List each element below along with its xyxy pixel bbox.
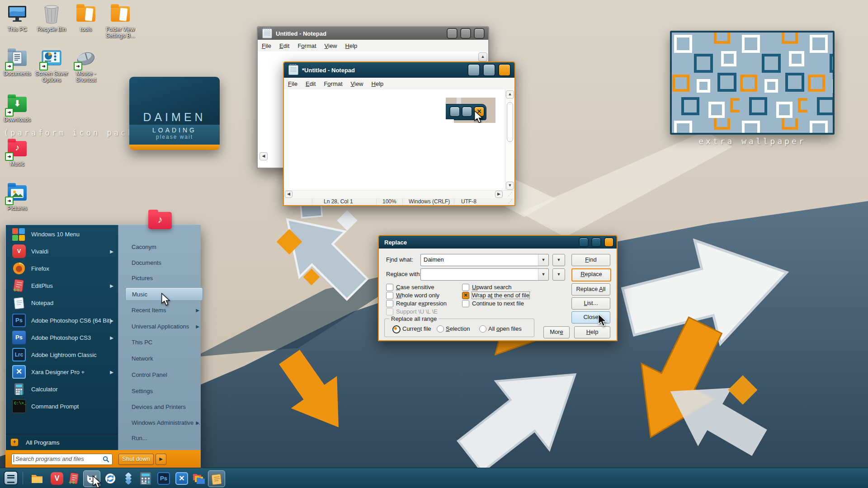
- desktop-icon-recycle-bin[interactable]: Recycle Bin: [34, 4, 69, 33]
- scrollbar-thumb[interactable]: [507, 102, 513, 142]
- replace-history-dropdown-button[interactable]: ▼: [552, 268, 565, 281]
- desktop-icon-mouse-shortcut[interactable]: ➜ Mouse - Shortcut: [69, 48, 103, 83]
- start-item-photoshop-cs3[interactable]: Ps Adobe Photoshop CS3▶: [6, 329, 118, 346]
- vertical-scrollbar[interactable]: ▲ ▼: [505, 89, 514, 191]
- replace-with-combobox[interactable]: ▼: [420, 268, 549, 281]
- start-item-notepad[interactable]: Notepad: [6, 294, 118, 311]
- minimize-button[interactable]: [579, 237, 589, 247]
- start-right-this-pc[interactable]: This PC: [125, 336, 203, 349]
- selection-radio[interactable]: [437, 325, 444, 333]
- desktop-icon-documents[interactable]: ➜ Documents: [0, 48, 34, 77]
- menu-view[interactable]: View: [321, 42, 341, 49]
- start-item-editplus[interactable]: ++ EditPlus▶: [6, 277, 118, 294]
- taskbar-folders-stack[interactable]: [191, 470, 207, 486]
- resize-grip[interactable]: ⋰: [508, 199, 513, 204]
- selection-label[interactable]: Selection: [446, 325, 470, 332]
- titlebar[interactable]: Replace: [379, 236, 617, 249]
- minimize-button[interactable]: [447, 28, 458, 39]
- maximize-button[interactable]: [591, 237, 601, 247]
- more-button[interactable]: More: [543, 326, 570, 338]
- scroll-down-button[interactable]: ▼: [506, 182, 514, 190]
- start-item-firefox[interactable]: Firefox: [6, 260, 118, 277]
- start-item-windows-10-menu[interactable]: Windows 10 Menu: [6, 225, 118, 243]
- start-item-photoshop-cs6[interactable]: Ps Adobe Photoshop CS6 (64 Bit)▶: [6, 312, 118, 329]
- menu-file[interactable]: File: [284, 80, 302, 87]
- taskbar-xara[interactable]: ✕: [174, 470, 190, 486]
- upward-search-label[interactable]: Upward search: [472, 284, 511, 291]
- start-item-lightroom[interactable]: Lrc Adobe Lightroom Classic: [6, 346, 118, 363]
- taskbar-notepad[interactable]: [208, 470, 225, 487]
- replace-all-button[interactable]: Replace All: [571, 283, 610, 296]
- menu-format[interactable]: Format: [320, 80, 346, 87]
- desktop-icon-downloads[interactable]: ⬇ ➜ Downloads: [0, 94, 34, 123]
- minimize-button[interactable]: [467, 64, 480, 76]
- list-button[interactable]: List...: [571, 297, 610, 310]
- current-file-radio[interactable]: [392, 325, 401, 333]
- upward-search-checkbox[interactable]: [462, 284, 469, 291]
- start-right-windows-administrative[interactable]: Windows Administrative ...▶: [125, 416, 203, 430]
- chevron-down-icon[interactable]: ▼: [538, 269, 548, 280]
- start-button[interactable]: [4, 471, 18, 485]
- start-right-pictures[interactable]: Pictures: [125, 272, 203, 285]
- maximize-button[interactable]: [483, 64, 495, 76]
- start-right-network[interactable]: Network: [125, 352, 203, 366]
- menu-edit[interactable]: Edit: [275, 42, 293, 49]
- taskbar-explorer[interactable]: [29, 470, 45, 486]
- titlebar[interactable]: Untitled - Notepad: [258, 27, 488, 40]
- find-what-combobox[interactable]: Daimen ▼: [420, 254, 549, 266]
- maximize-button[interactable]: [460, 28, 471, 39]
- whole-word-only-label[interactable]: Whole word only: [396, 292, 439, 299]
- regular-expression-label[interactable]: Regular expression: [396, 300, 447, 307]
- scroll-left-button[interactable]: ◀: [285, 191, 292, 198]
- wrap-at-end-checkbox[interactable]: ✕: [462, 292, 469, 299]
- continue-next-file-checkbox[interactable]: [462, 300, 469, 307]
- menu-help[interactable]: Help: [368, 80, 388, 87]
- desktop-icon-folder-view-settings[interactable]: Folder View Settings B...: [103, 4, 137, 39]
- menu-help[interactable]: Help: [341, 42, 362, 49]
- regular-expression-checkbox[interactable]: [386, 300, 393, 307]
- taskbar-calculator[interactable]: [137, 470, 154, 486]
- scroll-up-button[interactable]: ▲: [478, 52, 487, 61]
- close-button[interactable]: [474, 28, 485, 39]
- find-history-dropdown-button[interactable]: ▼: [552, 254, 565, 266]
- start-right-caconym[interactable]: Caconym: [125, 240, 203, 254]
- taskbar-sync[interactable]: [102, 470, 118, 486]
- start-search-input[interactable]: Search programs and files: [11, 454, 113, 465]
- desktop-icon-music[interactable]: ♪ ➜ Music: [0, 138, 34, 167]
- start-right-settings[interactable]: Settings: [125, 385, 203, 398]
- case-sensitive-label[interactable]: Case sensitive: [396, 284, 434, 291]
- all-programs-item[interactable]: + All Programs: [6, 434, 118, 450]
- taskbar-diamond-stack[interactable]: [120, 470, 137, 486]
- menu-view[interactable]: View: [347, 80, 368, 87]
- shut-down-button[interactable]: Shut down: [118, 454, 154, 465]
- scroll-left-button[interactable]: ◀: [259, 152, 268, 160]
- current-file-label[interactable]: Current file: [402, 325, 431, 332]
- all-open-files-label[interactable]: All open files: [488, 325, 522, 332]
- start-item-vivaldi[interactable]: V Vivaldi▶: [6, 243, 118, 260]
- taskbar-editplus[interactable]: ++: [66, 470, 82, 486]
- desktop-icon-tools[interactable]: tools: [69, 4, 103, 33]
- desktop-icon-pictures[interactable]: ➜ Pictures: [0, 183, 34, 211]
- case-sensitive-checkbox[interactable]: [386, 284, 393, 291]
- start-right-devices-printers[interactable]: Devices and Printers: [125, 400, 203, 414]
- find-button[interactable]: Find: [571, 254, 610, 266]
- horizontal-scrollbar[interactable]: ◀ ▶ ⋰: [284, 190, 514, 198]
- titlebar[interactable]: *Untitled - Notepad: [284, 62, 514, 78]
- resize-grip[interactable]: ⋰: [508, 192, 513, 197]
- taskbar-photoshop[interactable]: Ps: [156, 470, 172, 486]
- close-button[interactable]: [604, 237, 614, 247]
- menu-format[interactable]: Format: [293, 42, 320, 49]
- start-right-documents[interactable]: Documents: [125, 256, 203, 270]
- help-button[interactable]: Help: [574, 326, 610, 338]
- replace-button[interactable]: Replace: [571, 268, 611, 282]
- close-button[interactable]: [498, 64, 511, 76]
- menu-file[interactable]: File: [258, 42, 275, 49]
- start-item-calculator[interactable]: Calculator: [6, 380, 118, 398]
- desktop-icon-this-pc[interactable]: This PC: [0, 4, 34, 33]
- whole-word-only-checkbox[interactable]: [386, 292, 393, 299]
- shut-down-options-button[interactable]: ▶: [156, 454, 166, 465]
- chevron-down-icon[interactable]: ▼: [538, 254, 548, 266]
- start-item-command-prompt[interactable]: C:\>_ Command Prompt: [6, 398, 118, 415]
- menu-edit[interactable]: Edit: [302, 80, 320, 87]
- wrap-at-end-label[interactable]: Wrap at the end of file: [472, 292, 529, 299]
